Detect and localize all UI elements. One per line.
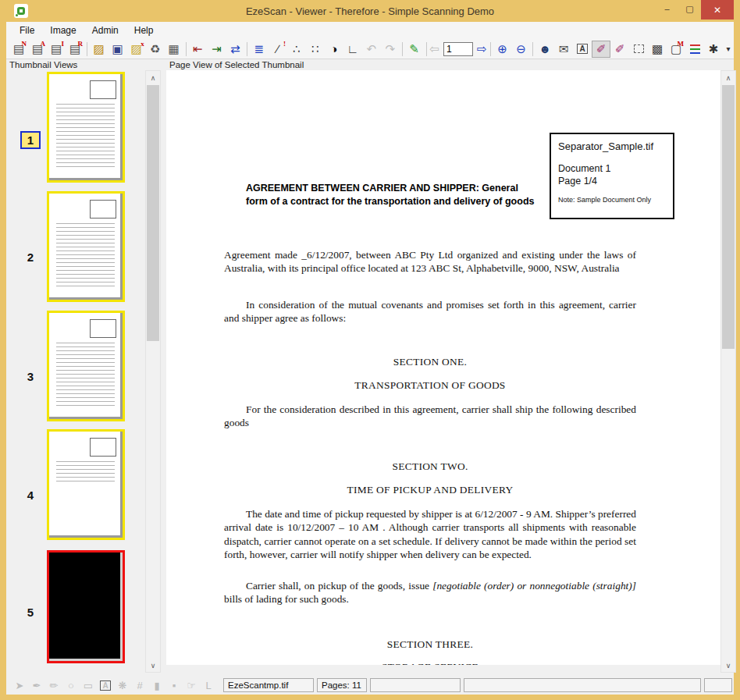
magic-wand-button[interactable]: ✱ [704, 41, 723, 58]
crop-border-button[interactable]: ∟ [343, 41, 362, 58]
wand-dropdown-caret[interactable]: ▾ [723, 41, 734, 58]
annotation-toolbar: ➤✒✏○▭A❋#▮▪☞L [8, 677, 220, 694]
hand-tool[interactable]: ☞ [183, 677, 200, 694]
undo-button[interactable]: ↶ [362, 41, 381, 58]
text-tool[interactable]: A [97, 677, 114, 694]
thumbnail-4[interactable] [47, 429, 125, 540]
scroll-down-icon[interactable]: ∨ [721, 659, 735, 672]
open-file-button[interactable]: ▨ [90, 41, 109, 58]
lasso-tool[interactable]: ○ [62, 677, 80, 694]
status-field-empty-1 [370, 678, 461, 692]
menu-bar: FileImageAdminHelp [6, 22, 734, 39]
ezescan-viewer-window: EzeScan - Viewer - Therefore - Simple Sc… [0, 0, 740, 700]
document-content: Separator_Sample.tif Document 1 Page 1/4… [166, 70, 720, 665]
move-page-back-button[interactable]: ⇤ [188, 41, 207, 58]
fill-tool[interactable]: ▮ [148, 677, 165, 694]
thumbnail-scrollbar[interactable]: ∧ ∨ [145, 70, 161, 673]
prev-page-button[interactable]: ⇦ [429, 41, 440, 58]
menu-item[interactable]: Help [127, 23, 161, 37]
delete-file-button[interactable]: ▨x [127, 41, 146, 58]
menu-item[interactable]: Admin [85, 23, 126, 37]
app-body: FileImageAdminHelp ▤N▤A▤I▤R ▨▣▨x♻▦ ⇤⇥⇄ ≣… [6, 22, 734, 695]
toolbar-separator [186, 42, 187, 56]
rect-tool[interactable]: ▭ [80, 677, 97, 694]
scan-replace-button[interactable]: ▤R [66, 41, 84, 58]
verify-pen-button[interactable]: ✎ [405, 41, 424, 58]
thumbnail-number-1: 1 [20, 131, 41, 149]
section-two-title: SECTION TWO. [224, 460, 636, 473]
text-annotation-button[interactable]: A [573, 41, 592, 58]
despeckle-region-button[interactable]: ▩ [648, 41, 667, 58]
scan-insert-button[interactable]: ▤I [47, 41, 66, 58]
despeckle-heavy-button[interactable]: ∷ [306, 41, 325, 58]
thumbnail-number-4: 4 [20, 489, 41, 502]
document-page[interactable]: Separator_Sample.tif Document 1 Page 1/4… [166, 70, 720, 665]
page-number-input[interactable] [443, 42, 473, 56]
section-three-subtitle: STORAGE SERVICE [224, 661, 636, 665]
doc-paragraph-1: Agreement made _6/12/2007, between ABC P… [224, 248, 636, 275]
toolbar-separator [87, 42, 87, 56]
titlebar: EzeScan - Viewer - Therefore - Simple Sc… [0, 0, 740, 22]
scroll-up-icon[interactable]: ∧ [721, 71, 735, 84]
scrollbar-thumb[interactable] [722, 85, 735, 349]
contrast-button[interactable]: ◑ [325, 41, 343, 58]
color-adjust-button[interactable] [685, 41, 704, 58]
section-two-subtitle: TIME OF PICKUP AND DELIVERY [224, 484, 636, 496]
pen-tool[interactable]: ✒ [28, 677, 45, 694]
thumbnail-number-2: 2 [20, 251, 41, 264]
thumbnail-5[interactable] [47, 550, 125, 663]
move-page-forward-button[interactable]: ⇥ [207, 41, 226, 58]
align-pages-button[interactable]: ≣ [250, 41, 269, 58]
zoom-out-button[interactable]: ⊖ [511, 41, 530, 58]
main-toolbar: ▤N▤A▤I▤R ▨▣▨x♻▦ ⇤⇥⇄ ≣∕!∴∷◑∟↶↷ ✎ ⇦ ⇨ [6, 39, 734, 59]
scan-append-button[interactable]: ▤A [28, 41, 47, 58]
swap-pages-button[interactable]: ⇄ [226, 41, 244, 58]
separator-note: Note: Sample Document Only [558, 196, 666, 204]
pattern-tool[interactable]: # [131, 677, 148, 694]
menu-item[interactable]: File [12, 23, 41, 37]
print-button[interactable]: ▦ [165, 41, 183, 58]
toolbar-separator [426, 42, 427, 56]
close-button[interactable]: ✕ [701, 0, 734, 20]
doc-paragraph-3: For the consideration described in this … [224, 403, 636, 430]
scan-new-button[interactable]: ▤N [9, 41, 28, 58]
doc-paragraph-4: The date and time of pickup requested by… [224, 507, 636, 562]
delete-all-button[interactable]: ♻ [146, 41, 165, 58]
stamp-tool[interactable]: ❋ [114, 677, 131, 694]
status-field-empty-2 [464, 678, 701, 692]
pencil-tool[interactable]: ✏ [45, 677, 62, 694]
scroll-up-icon[interactable]: ∧ [146, 71, 160, 84]
thumbnail-panel: Thumbnail Views 1 2 3 [6, 59, 166, 676]
metadata-button[interactable]: ▢M [667, 41, 685, 58]
redact-user-button[interactable]: ☻ [535, 41, 554, 58]
scrollbar-thumb[interactable] [147, 85, 159, 341]
separator-document: Document 1 [558, 163, 666, 174]
marker-button[interactable]: ✐ [610, 41, 629, 58]
maximize-button[interactable]: ▢ [678, 0, 701, 17]
thumbnail-3[interactable] [47, 311, 125, 421]
highlighter-button[interactable]: ✐ [592, 41, 610, 58]
select-region-button[interactable] [629, 41, 648, 58]
menu-item[interactable]: Image [43, 23, 83, 37]
deskew-button[interactable]: ∕! [269, 41, 287, 58]
label-L[interactable]: L [200, 677, 217, 694]
thumbnail-page-preview [49, 74, 123, 180]
save-file-button[interactable]: ▣ [109, 41, 127, 58]
pointer-tool[interactable]: ➤ [11, 677, 28, 694]
thumbnail-2[interactable] [47, 191, 125, 302]
zoom-in-button[interactable]: ⊕ [493, 41, 511, 58]
redo-button[interactable]: ↷ [381, 41, 400, 58]
status-filename: EzeScantmp.tif [223, 678, 314, 692]
mail-button[interactable]: ✉ [554, 41, 573, 58]
section-one-title: SECTION ONE. [224, 356, 636, 368]
minimize-button[interactable]: – [656, 0, 678, 17]
next-page-button[interactable]: ⇨ [476, 41, 488, 58]
thumbnail-1[interactable] [47, 72, 125, 183]
thumbnail-page-preview [49, 313, 123, 419]
scroll-down-icon[interactable]: ∨ [146, 659, 160, 672]
thumbnail-panel-label: Thumbnail Views [6, 59, 166, 70]
page-view-scrollbar[interactable]: ∧ ∨ [720, 70, 736, 673]
despeckle-light-button[interactable]: ∴ [287, 41, 306, 58]
block-tool[interactable]: ▪ [165, 677, 183, 694]
thumbnail-number-5: 5 [20, 606, 41, 619]
